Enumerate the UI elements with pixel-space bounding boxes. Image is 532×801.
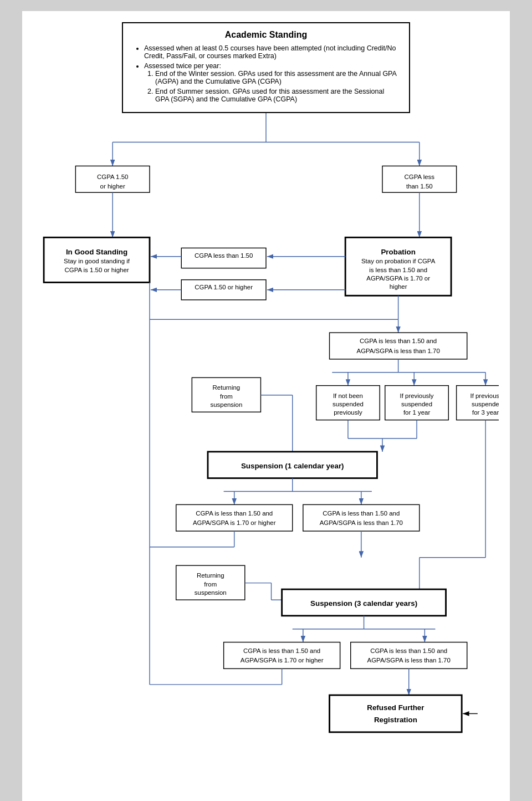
refused-box xyxy=(330,695,462,732)
post-susp3-left-box xyxy=(224,642,340,669)
svg-text:suspended: suspended xyxy=(332,401,364,407)
svg-text:CGPA is less than 1.50 and: CGPA is less than 1.50 and xyxy=(370,647,447,654)
post-susp1-left-box xyxy=(176,504,293,531)
svg-text:suspension: suspension xyxy=(195,589,227,596)
svg-text:CGPA is less than 1.50 and: CGPA is less than 1.50 and xyxy=(360,338,437,344)
bullet-2: Assessed twice per year: End of the Wint… xyxy=(144,62,399,103)
svg-text:is less than 1.50 and: is less than 1.50 and xyxy=(369,267,427,273)
flowchart-svg: CGPA 1.50 or higher CGPA less than 1.50 … xyxy=(33,113,499,790)
svg-text:If previously: If previously xyxy=(470,392,499,399)
svg-text:previously: previously xyxy=(334,409,362,416)
diagram-container: Academic Standing Assessed when at least… xyxy=(22,11,510,801)
academic-standing-title: Academic Standing xyxy=(133,30,399,40)
cgpa-high-text: CGPA 1.50 xyxy=(97,174,128,180)
good-standing-title: In Good Standing xyxy=(66,248,127,256)
svg-text:suspension: suspension xyxy=(210,401,242,408)
svg-text:suspended: suspended xyxy=(472,401,499,407)
svg-text:Stay in good standing if: Stay in good standing if xyxy=(64,258,130,264)
academic-standing-list: Assessed when at least 0.5 courses have … xyxy=(133,44,399,103)
academic-standing-box: Academic Standing Assessed when at least… xyxy=(122,22,410,113)
suspension-1yr-label: Suspension (1 calendar year) xyxy=(241,462,344,470)
svg-text:CGPA 1.50 or higher: CGPA 1.50 or higher xyxy=(195,284,253,290)
svg-text:AGPA/SGPA is less than 1.70: AGPA/SGPA is less than 1.70 xyxy=(357,348,440,354)
svg-text:Returning: Returning xyxy=(197,572,224,579)
svg-text:Stay on probation if CGPA: Stay on probation if CGPA xyxy=(361,258,436,264)
suspension-3yr-label: Suspension (3 calendar years) xyxy=(310,599,417,608)
svg-text:Returning: Returning xyxy=(213,384,241,391)
svg-text:If not been: If not been xyxy=(333,392,363,399)
svg-text:Registration: Registration xyxy=(374,716,417,724)
cgpa-condition-box xyxy=(330,333,467,359)
svg-text:suspended: suspended xyxy=(401,401,432,407)
svg-text:for 3 years: for 3 years xyxy=(472,409,499,416)
probation-title: Probation xyxy=(381,248,415,256)
svg-text:than 1.50: than 1.50 xyxy=(406,183,433,190)
svg-text:AGPA/SGPA is 1.70 or higher: AGPA/SGPA is 1.70 or higher xyxy=(241,657,324,664)
svg-text:CGPA less than 1.50: CGPA less than 1.50 xyxy=(195,252,253,259)
svg-text:from: from xyxy=(220,393,233,400)
svg-text:CGPA is 1.50 or higher: CGPA is 1.50 or higher xyxy=(64,267,129,273)
post-susp3-right-box xyxy=(351,642,467,669)
svg-text:CGPA is less than 1.50 and: CGPA is less than 1.50 and xyxy=(323,510,400,517)
bullet-1: Assessed when at least 0.5 courses have … xyxy=(144,44,399,60)
svg-text:AGPA/SGPA is less than 1.70: AGPA/SGPA is less than 1.70 xyxy=(367,657,451,664)
svg-text:AGPA/SGPA is 1.70 or: AGPA/SGPA is 1.70 or xyxy=(366,275,430,282)
sub-item-2: End of Summer session. GPAs used for thi… xyxy=(155,88,399,103)
sub-list: End of the Winter session. GPAs used for… xyxy=(144,70,399,103)
svg-text:AGPA/SGPA is 1.70 or higher: AGPA/SGPA is 1.70 or higher xyxy=(193,519,276,526)
svg-text:AGPA/SGPA is less than 1.70: AGPA/SGPA is less than 1.70 xyxy=(320,519,403,526)
svg-text:CGPA is less than 1.50 and: CGPA is less than 1.50 and xyxy=(243,647,320,654)
refused-title: Refused Further xyxy=(367,703,424,712)
post-susp1-right-box xyxy=(303,504,420,531)
svg-text:higher: higher xyxy=(390,283,407,290)
sub-item-1: End of the Winter session. GPAs used for… xyxy=(155,70,399,85)
cgpa-low-text: CGPA less xyxy=(405,174,435,180)
svg-text:If previously: If previously xyxy=(400,392,434,399)
svg-text:or higher: or higher xyxy=(100,183,125,190)
svg-text:from: from xyxy=(204,581,217,588)
svg-text:CGPA is less than 1.50 and: CGPA is less than 1.50 and xyxy=(196,510,273,517)
svg-text:for 1 year: for 1 year xyxy=(403,409,431,416)
